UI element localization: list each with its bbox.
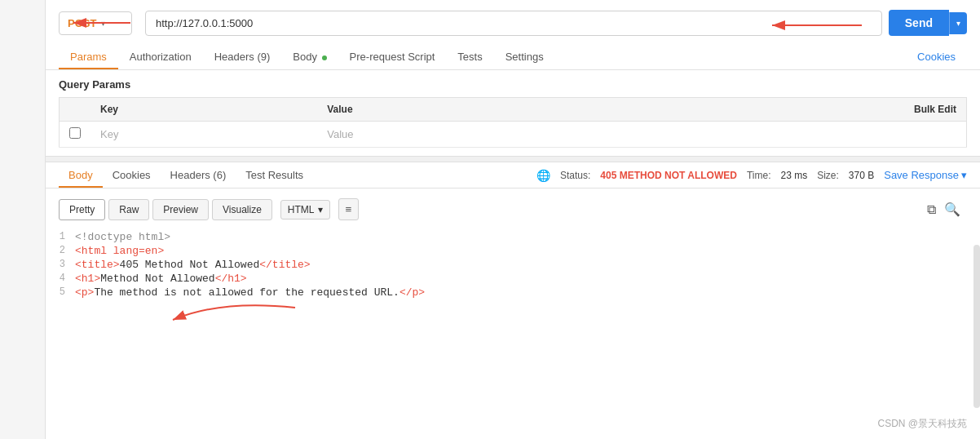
section-divider: [46, 156, 980, 162]
send-dropdown-button[interactable]: ▾: [949, 12, 967, 34]
response-section: Body Cookies Headers (6) Test Results 🌐 …: [46, 162, 980, 439]
code-line-1: 1 <!doctype html>: [46, 230, 980, 244]
format-preview-button[interactable]: Preview: [152, 199, 209, 220]
params-col-value: Value: [317, 98, 593, 122]
url-input-wrapper: [145, 11, 882, 36]
query-params-title: Query Params: [59, 78, 967, 91]
query-params-section: Query Params Key Value Bulk Edit: [46, 70, 980, 156]
cookies-link[interactable]: Cookies: [906, 44, 967, 69]
format-type-selector[interactable]: HTML ▾: [280, 200, 330, 220]
arrow-url: [768, 17, 866, 33]
line-num-2: 2: [46, 245, 75, 256]
code-line-4: 4 <h1>Method Not Allowed</h1>: [46, 272, 980, 286]
format-raw-button[interactable]: Raw: [108, 199, 149, 220]
left-panel: [0, 0, 46, 439]
tab-headers[interactable]: Headers (9): [203, 44, 282, 69]
copy-icon[interactable]: ⧉: [927, 202, 936, 217]
params-col-bulk-edit[interactable]: Bulk Edit: [593, 98, 967, 122]
params-table: Key Value Bulk Edit Key Value: [59, 97, 967, 148]
time-label: Time:: [747, 170, 771, 181]
format-visualize-button[interactable]: Visualize: [212, 199, 272, 220]
tab-pre-request[interactable]: Pre-request Script: [338, 44, 447, 69]
response-status-area: 🌐 Status: 405 METHOD NOT ALLOWED Time: 2…: [536, 169, 967, 182]
time-value: 23 ms: [780, 170, 807, 181]
line-content-3: <title>405 Method Not Allowed</title>: [75, 259, 980, 271]
params-empty-row: Key Value: [60, 122, 967, 148]
param-checkbox[interactable]: [69, 127, 81, 139]
line-num-1: 1: [46, 231, 75, 242]
response-icons: ⧉ 🔍: [927, 202, 967, 217]
code-line-3: 3 <title>405 Method Not Allowed</title>: [46, 258, 980, 272]
scrollbar[interactable]: [973, 245, 980, 408]
save-response-button[interactable]: Save Response ▾: [884, 169, 967, 181]
arrow-method: [69, 15, 135, 31]
line-content-1: <!doctype html>: [75, 231, 980, 243]
watermark: CSDN @景天科技苑: [877, 417, 967, 431]
line-num-4: 4: [46, 273, 75, 284]
tab-params[interactable]: Params: [59, 44, 118, 69]
code-line-2: 2 <html lang=en>: [46, 244, 980, 258]
param-value-cell[interactable]: Value: [317, 122, 593, 148]
send-button[interactable]: Send: [889, 10, 949, 36]
url-bar-row: POST ▾: [59, 10, 967, 36]
status-value: 405 METHOD NOT ALLOWED: [600, 170, 737, 181]
tab-body[interactable]: Body: [281, 44, 338, 69]
status-label: Status:: [560, 170, 590, 181]
tab-settings[interactable]: Settings: [494, 44, 555, 69]
param-key-cell[interactable]: Key: [90, 122, 317, 148]
response-tab-test-results[interactable]: Test Results: [236, 162, 313, 188]
format-pretty-button[interactable]: Pretty: [59, 199, 105, 220]
line-content-4: <h1>Method Not Allowed</h1>: [75, 273, 980, 285]
response-tab-headers[interactable]: Headers (6): [161, 162, 236, 188]
search-icon[interactable]: 🔍: [944, 202, 960, 217]
save-response-chevron-icon: ▾: [961, 169, 967, 181]
line-num-3: 3: [46, 259, 75, 270]
line-content-2: <html lang=en>: [75, 245, 980, 257]
response-tab-cookies[interactable]: Cookies: [103, 162, 161, 188]
size-value: 370 B: [849, 170, 874, 181]
format-type-chevron-icon: ▾: [318, 204, 323, 215]
tab-tests[interactable]: Tests: [446, 44, 493, 69]
response-body-area: Pretty Raw Preview Visualize HTML ▾ ≡ ⧉ …: [46, 188, 980, 439]
body-dot: [322, 55, 327, 60]
request-tabs: Params Authorization Headers (9) Body Pr…: [59, 44, 967, 69]
response-tab-body[interactable]: Body: [59, 162, 103, 188]
params-col-key: Key: [90, 98, 317, 122]
line-num-5: 5: [46, 286, 75, 298]
code-view: 1 <!doctype html> 2 <html lang=en> 3: [46, 227, 980, 432]
line-content-5: <p>The method is not allowed for the req…: [75, 286, 980, 299]
app-container: POST ▾: [0, 0, 980, 439]
response-format-row: Pretty Raw Preview Visualize HTML ▾ ≡ ⧉ …: [46, 195, 980, 227]
globe-icon: 🌐: [536, 169, 550, 182]
format-type-label: HTML: [288, 204, 315, 215]
tab-authorization[interactable]: Authorization: [118, 44, 203, 69]
size-label: Size:: [817, 170, 839, 181]
response-tabs-row: Body Cookies Headers (6) Test Results 🌐 …: [46, 162, 980, 188]
filter-icon: ≡: [346, 203, 352, 215]
send-button-group: Send ▾: [889, 10, 967, 36]
params-col-checkbox: [60, 98, 91, 122]
code-line-5: 5 <p>The method is not allowed for the r…: [46, 286, 980, 299]
filter-button[interactable]: ≡: [338, 198, 360, 220]
url-bar-section: POST ▾: [46, 0, 980, 70]
